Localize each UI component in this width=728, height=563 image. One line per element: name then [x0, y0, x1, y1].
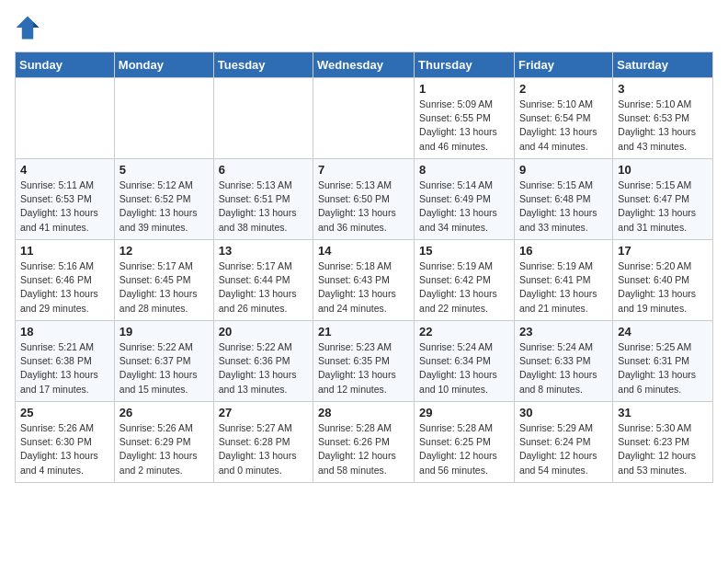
- logo-icon: [15, 15, 40, 40]
- day-number: 19: [119, 325, 209, 339]
- calendar-cell: 3Sunrise: 5:10 AM Sunset: 6:53 PM Daylig…: [613, 78, 713, 159]
- cell-details: Sunrise: 5:28 AM Sunset: 6:26 PM Dayligh…: [318, 421, 409, 477]
- calendar-cell: [16, 78, 115, 159]
- cell-details: Sunrise: 5:14 AM Sunset: 6:49 PM Dayligh…: [419, 178, 509, 235]
- calendar-cell: [213, 78, 313, 159]
- page-header: [15, 15, 713, 40]
- cell-details: Sunrise: 5:22 AM Sunset: 6:36 PM Dayligh…: [219, 340, 308, 396]
- cell-details: Sunrise: 5:24 AM Sunset: 6:33 PM Dayligh…: [519, 340, 608, 396]
- calendar-cell: 16Sunrise: 5:19 AM Sunset: 6:41 PM Dayli…: [514, 240, 612, 321]
- day-number: 16: [519, 244, 608, 258]
- calendar-cell: 18Sunrise: 5:21 AM Sunset: 6:38 PM Dayli…: [16, 321, 115, 402]
- cell-details: Sunrise: 5:17 AM Sunset: 6:44 PM Dayligh…: [219, 259, 308, 316]
- cell-details: Sunrise: 5:30 AM Sunset: 6:23 PM Dayligh…: [618, 421, 708, 477]
- calendar-cell: 7Sunrise: 5:13 AM Sunset: 6:50 PM Daylig…: [313, 159, 415, 240]
- day-number: 24: [618, 325, 708, 339]
- calendar-cell: 11Sunrise: 5:16 AM Sunset: 6:46 PM Dayli…: [16, 240, 115, 321]
- day-number: 7: [318, 163, 409, 177]
- day-header-monday: Monday: [114, 52, 213, 78]
- calendar-cell: 4Sunrise: 5:11 AM Sunset: 6:53 PM Daylig…: [16, 159, 115, 240]
- calendar-cell: 6Sunrise: 5:13 AM Sunset: 6:51 PM Daylig…: [213, 159, 313, 240]
- calendar-cell: 2Sunrise: 5:10 AM Sunset: 6:54 PM Daylig…: [514, 78, 612, 159]
- cell-details: Sunrise: 5:24 AM Sunset: 6:34 PM Dayligh…: [419, 340, 509, 396]
- day-number: 1: [419, 82, 509, 96]
- day-number: 12: [119, 244, 209, 258]
- day-number: 10: [618, 163, 708, 177]
- week-row-4: 18Sunrise: 5:21 AM Sunset: 6:38 PM Dayli…: [16, 321, 713, 402]
- day-header-saturday: Saturday: [613, 52, 713, 78]
- calendar-cell: 10Sunrise: 5:15 AM Sunset: 6:47 PM Dayli…: [613, 159, 713, 240]
- calendar-cell: [313, 78, 415, 159]
- cell-details: Sunrise: 5:21 AM Sunset: 6:38 PM Dayligh…: [20, 340, 109, 396]
- calendar-cell: 22Sunrise: 5:24 AM Sunset: 6:34 PM Dayli…: [415, 321, 515, 402]
- cell-details: Sunrise: 5:29 AM Sunset: 6:24 PM Dayligh…: [519, 421, 608, 477]
- day-number: 28: [318, 406, 409, 419]
- calendar-cell: 28Sunrise: 5:28 AM Sunset: 6:26 PM Dayli…: [313, 402, 415, 483]
- cell-details: Sunrise: 5:17 AM Sunset: 6:45 PM Dayligh…: [119, 259, 209, 316]
- cell-details: Sunrise: 5:10 AM Sunset: 6:53 PM Dayligh…: [618, 98, 708, 154]
- day-number: 3: [618, 82, 708, 96]
- calendar-cell: 25Sunrise: 5:26 AM Sunset: 6:30 PM Dayli…: [16, 402, 115, 483]
- day-number: 22: [419, 325, 509, 339]
- day-number: 18: [20, 325, 109, 339]
- day-number: 15: [419, 244, 509, 258]
- calendar-cell: 15Sunrise: 5:19 AM Sunset: 6:42 PM Dayli…: [415, 240, 515, 321]
- cell-details: Sunrise: 5:13 AM Sunset: 6:50 PM Dayligh…: [318, 178, 409, 235]
- calendar-cell: [114, 78, 213, 159]
- calendar-cell: 24Sunrise: 5:25 AM Sunset: 6:31 PM Dayli…: [613, 321, 713, 402]
- logo: [15, 15, 44, 40]
- cell-details: Sunrise: 5:10 AM Sunset: 6:54 PM Dayligh…: [519, 98, 608, 154]
- calendar-cell: 5Sunrise: 5:12 AM Sunset: 6:52 PM Daylig…: [114, 159, 213, 240]
- cell-details: Sunrise: 5:19 AM Sunset: 6:42 PM Dayligh…: [419, 259, 509, 316]
- day-number: 13: [219, 244, 308, 258]
- day-number: 6: [219, 163, 308, 177]
- day-number: 20: [219, 325, 308, 339]
- cell-details: Sunrise: 5:26 AM Sunset: 6:29 PM Dayligh…: [119, 421, 209, 477]
- cell-details: Sunrise: 5:18 AM Sunset: 6:43 PM Dayligh…: [318, 259, 409, 316]
- calendar-cell: 31Sunrise: 5:30 AM Sunset: 6:23 PM Dayli…: [613, 402, 713, 483]
- days-header-row: SundayMondayTuesdayWednesdayThursdayFrid…: [16, 52, 713, 78]
- day-number: 27: [219, 406, 308, 419]
- cell-details: Sunrise: 5:19 AM Sunset: 6:41 PM Dayligh…: [519, 259, 608, 316]
- cell-details: Sunrise: 5:13 AM Sunset: 6:51 PM Dayligh…: [219, 178, 308, 235]
- calendar-cell: 19Sunrise: 5:22 AM Sunset: 6:37 PM Dayli…: [114, 321, 213, 402]
- day-number: 23: [519, 325, 608, 339]
- calendar-cell: 13Sunrise: 5:17 AM Sunset: 6:44 PM Dayli…: [213, 240, 313, 321]
- cell-details: Sunrise: 5:15 AM Sunset: 6:48 PM Dayligh…: [519, 178, 608, 235]
- calendar-cell: 9Sunrise: 5:15 AM Sunset: 6:48 PM Daylig…: [514, 159, 612, 240]
- cell-details: Sunrise: 5:09 AM Sunset: 6:55 PM Dayligh…: [419, 98, 509, 154]
- day-number: 26: [119, 406, 209, 419]
- calendar-cell: 23Sunrise: 5:24 AM Sunset: 6:33 PM Dayli…: [514, 321, 612, 402]
- day-number: 25: [20, 406, 109, 419]
- cell-details: Sunrise: 5:25 AM Sunset: 6:31 PM Dayligh…: [618, 340, 708, 396]
- day-number: 17: [618, 244, 708, 258]
- day-number: 29: [419, 406, 509, 419]
- cell-details: Sunrise: 5:12 AM Sunset: 6:52 PM Dayligh…: [119, 178, 209, 235]
- calendar-cell: 12Sunrise: 5:17 AM Sunset: 6:45 PM Dayli…: [114, 240, 213, 321]
- cell-details: Sunrise: 5:11 AM Sunset: 6:53 PM Dayligh…: [20, 178, 109, 235]
- week-row-5: 25Sunrise: 5:26 AM Sunset: 6:30 PM Dayli…: [16, 402, 713, 483]
- cell-details: Sunrise: 5:20 AM Sunset: 6:40 PM Dayligh…: [618, 259, 708, 316]
- day-header-wednesday: Wednesday: [313, 52, 415, 78]
- day-number: 14: [318, 244, 409, 258]
- day-number: 30: [519, 406, 608, 419]
- day-number: 5: [119, 163, 209, 177]
- day-number: 8: [419, 163, 509, 177]
- calendar-table: SundayMondayTuesdayWednesdayThursdayFrid…: [15, 52, 713, 483]
- week-row-1: 1Sunrise: 5:09 AM Sunset: 6:55 PM Daylig…: [16, 78, 713, 159]
- day-header-friday: Friday: [514, 52, 612, 78]
- day-number: 2: [519, 82, 608, 96]
- week-row-2: 4Sunrise: 5:11 AM Sunset: 6:53 PM Daylig…: [16, 159, 713, 240]
- calendar-cell: 14Sunrise: 5:18 AM Sunset: 6:43 PM Dayli…: [313, 240, 415, 321]
- calendar-cell: 29Sunrise: 5:28 AM Sunset: 6:25 PM Dayli…: [415, 402, 515, 483]
- day-number: 21: [318, 325, 409, 339]
- calendar-cell: 20Sunrise: 5:22 AM Sunset: 6:36 PM Dayli…: [213, 321, 313, 402]
- cell-details: Sunrise: 5:23 AM Sunset: 6:35 PM Dayligh…: [318, 340, 409, 396]
- day-number: 31: [618, 406, 708, 419]
- cell-details: Sunrise: 5:27 AM Sunset: 6:28 PM Dayligh…: [219, 421, 308, 477]
- day-number: 9: [519, 163, 608, 177]
- calendar-cell: 21Sunrise: 5:23 AM Sunset: 6:35 PM Dayli…: [313, 321, 415, 402]
- day-header-thursday: Thursday: [415, 52, 515, 78]
- cell-details: Sunrise: 5:15 AM Sunset: 6:47 PM Dayligh…: [618, 178, 708, 235]
- day-number: 4: [20, 163, 109, 177]
